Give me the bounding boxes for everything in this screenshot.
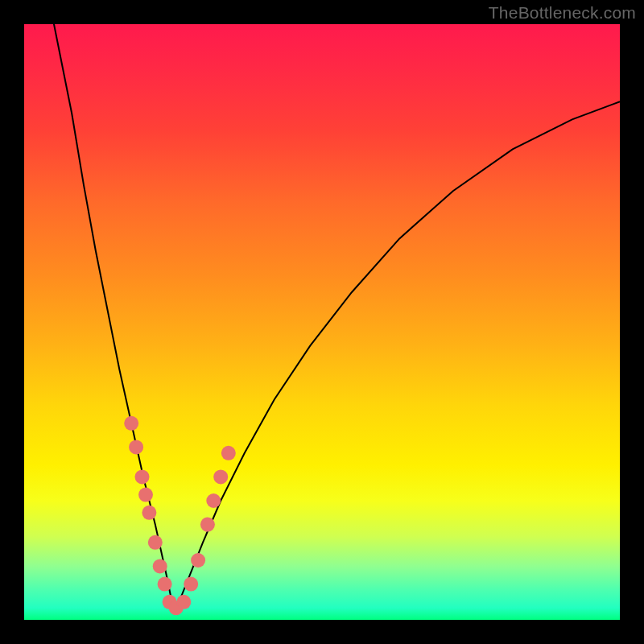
chart-plot-area (24, 24, 620, 620)
highlight-dot (200, 518, 215, 532)
highlight-dot (129, 440, 143, 454)
highlight-dot (153, 559, 167, 573)
highlighted-points-group (124, 416, 236, 615)
highlight-dot (148, 535, 163, 550)
highlight-dot (213, 469, 228, 484)
highlight-dot (142, 506, 156, 520)
highlight-dot (191, 553, 205, 568)
highlight-dot (158, 577, 172, 592)
bottleneck-curve-line (47, 8, 620, 608)
attribution-text: TheBottleneck.com (489, 3, 636, 23)
highlight-dot (124, 416, 138, 431)
highlight-dot (221, 446, 236, 460)
highlight-dot (176, 595, 191, 609)
highlight-dot (138, 488, 153, 502)
highlight-dot (184, 577, 198, 592)
highlight-dot (135, 469, 150, 484)
chart-svg (24, 24, 620, 620)
highlight-dot (206, 493, 221, 508)
